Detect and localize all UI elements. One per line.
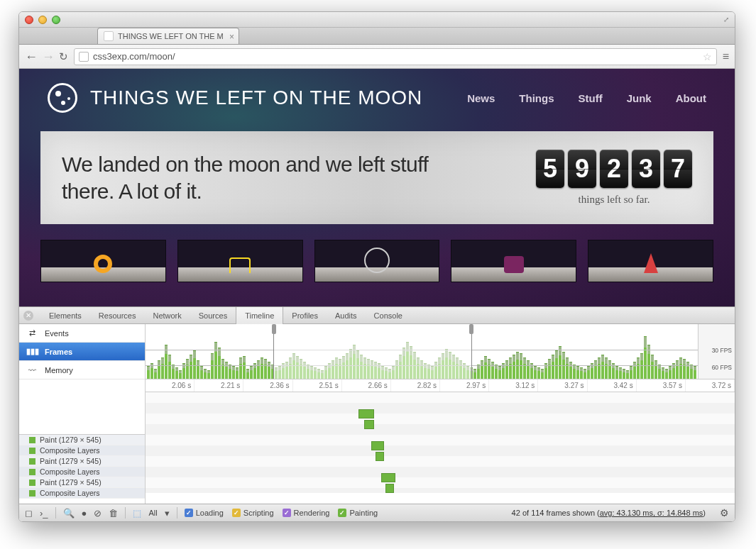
ruler-tick: 2.66 s bbox=[342, 379, 391, 392]
timeline-mode-tab[interactable]: ⇄Events bbox=[19, 324, 145, 343]
category-checkbox[interactable]: ✓Rendering bbox=[283, 509, 330, 517]
selection-handle-left[interactable] bbox=[272, 324, 276, 334]
nav-link[interactable]: Stuff bbox=[579, 92, 603, 104]
traffic-lights bbox=[25, 16, 60, 24]
flame-chart[interactable] bbox=[146, 392, 735, 493]
flame-bar[interactable] bbox=[376, 452, 384, 461]
counter-digit: 3 bbox=[632, 150, 660, 188]
forward-button[interactable]: → bbox=[42, 50, 55, 63]
ruler-tick: 3.27 s bbox=[538, 379, 587, 392]
nav-link[interactable]: News bbox=[467, 92, 495, 104]
mode-icon: 〰 bbox=[26, 366, 38, 375]
filter-label[interactable]: All bbox=[148, 509, 157, 517]
flame-bar[interactable] bbox=[381, 473, 395, 482]
ruler-tick: 2.36 s bbox=[243, 379, 292, 392]
record-row[interactable]: Composite Layers bbox=[19, 488, 145, 499]
thumb-item[interactable] bbox=[40, 240, 166, 282]
devtools-tab[interactable]: Profiles bbox=[283, 307, 327, 324]
hero-text: We landed on the moon and we left stuff … bbox=[62, 151, 459, 204]
menu-button[interactable]: ≡ bbox=[723, 50, 729, 63]
record-row[interactable]: Paint (1279 × 545) bbox=[19, 456, 145, 467]
ruler-tick: 3.72 s bbox=[686, 379, 735, 392]
flame-bar[interactable] bbox=[364, 420, 374, 429]
frames-overview[interactable]: 30 FPS 60 FPS bbox=[146, 324, 735, 379]
thumb-item[interactable] bbox=[451, 240, 576, 282]
page-content: THINGS WE LEFT ON THE MOON NewsThingsStu… bbox=[19, 69, 735, 306]
filter-dropdown-icon[interactable]: ▾ bbox=[165, 508, 170, 518]
browser-toolbar: ← → ↻ css3exp.com/moon/ ☆ ≡ bbox=[19, 45, 735, 69]
thumb-item[interactable] bbox=[588, 240, 713, 282]
browser-tab[interactable]: THINGS WE LEFT ON THE M × bbox=[97, 28, 239, 44]
ruler-tick: 3.42 s bbox=[588, 379, 637, 392]
clear-icon[interactable]: ⊘ bbox=[94, 508, 102, 518]
hero-banner: We landed on the moon and we left stuff … bbox=[40, 131, 713, 224]
filter-glue-icon[interactable]: ⬚ bbox=[133, 508, 141, 518]
back-button[interactable]: ← bbox=[25, 50, 38, 63]
timeline-mode-tab[interactable]: 〰Memory bbox=[19, 361, 145, 379]
thumbnails bbox=[19, 224, 735, 282]
tab-strip: THINGS WE LEFT ON THE M × bbox=[19, 28, 735, 45]
search-icon[interactable]: 🔍 bbox=[63, 508, 75, 518]
counter-digit: 2 bbox=[600, 150, 628, 188]
paint-swatch-icon bbox=[29, 458, 35, 465]
counter-digit: 7 bbox=[664, 150, 692, 188]
devtools-tab[interactable]: Sources bbox=[190, 307, 236, 324]
fps-labels: 30 FPS 60 FPS bbox=[698, 324, 735, 379]
checkbox-icon: ✓ bbox=[338, 509, 346, 517]
ruler-tick: 2.21 s bbox=[195, 379, 243, 392]
devtools-tab[interactable]: Timeline bbox=[236, 307, 283, 324]
address-bar[interactable]: css3exp.com/moon/ ☆ bbox=[74, 48, 717, 65]
close-window-button[interactable] bbox=[25, 16, 33, 24]
record-row[interactable]: Composite Layers bbox=[19, 445, 145, 456]
fps-60-label: 60 FPS bbox=[712, 364, 732, 371]
zoom-window-button[interactable] bbox=[52, 16, 60, 24]
paint-swatch-icon bbox=[29, 479, 35, 486]
overview-selection[interactable] bbox=[273, 324, 472, 379]
devtools-tab[interactable]: Audits bbox=[327, 307, 366, 324]
devtools-close-icon[interactable]: ✕ bbox=[23, 311, 33, 321]
counter-label: things left so far. bbox=[536, 194, 692, 206]
flame-bar[interactable] bbox=[385, 484, 394, 493]
nav-link[interactable]: About bbox=[676, 92, 706, 104]
dock-icon[interactable]: ◻ bbox=[25, 508, 33, 518]
devtools-tabs: ✕ ElementsResourcesNetworkSourcesTimelin… bbox=[19, 307, 735, 324]
flame-bar[interactable] bbox=[358, 409, 374, 418]
console-drawer-icon[interactable]: ›_ bbox=[40, 508, 48, 518]
tab-title: THINGS WE LEFT ON THE M bbox=[118, 32, 224, 40]
devtools-tab[interactable]: Resources bbox=[90, 307, 145, 324]
devtools-tab[interactable]: Console bbox=[366, 307, 411, 324]
nav-link[interactable]: Things bbox=[519, 92, 554, 104]
paint-swatch-icon bbox=[29, 437, 35, 443]
minimize-window-button[interactable] bbox=[38, 16, 47, 24]
category-checkbox[interactable]: ✓Scripting bbox=[232, 509, 274, 517]
page-icon bbox=[79, 52, 89, 62]
paint-swatch-icon bbox=[29, 448, 35, 454]
expand-icon[interactable]: ⤢ bbox=[723, 16, 729, 23]
reload-button[interactable]: ↻ bbox=[59, 50, 68, 63]
record-icon[interactable]: ● bbox=[82, 508, 87, 518]
record-row[interactable]: Paint (1279 × 545) bbox=[19, 435, 145, 445]
category-checkbox[interactable]: ✓Loading bbox=[185, 509, 224, 517]
selection-handle-right[interactable] bbox=[469, 324, 473, 334]
gear-icon[interactable]: ⚙ bbox=[720, 507, 729, 518]
ruler-tick: 2.06 s bbox=[146, 379, 195, 392]
nav-buttons: ← → ↻ bbox=[25, 50, 68, 63]
timeline-mode-tab[interactable]: ▮▮▮Frames bbox=[19, 343, 145, 361]
close-tab-icon[interactable]: × bbox=[229, 32, 234, 42]
devtools-panel: ✕ ElementsResourcesNetworkSourcesTimelin… bbox=[19, 306, 735, 521]
paint-swatch-icon bbox=[29, 469, 35, 475]
flame-bar[interactable] bbox=[371, 441, 384, 450]
ruler-tick: 2.51 s bbox=[293, 379, 342, 392]
nav-link[interactable]: Junk bbox=[627, 92, 652, 104]
record-row[interactable]: Composite Layers bbox=[19, 467, 145, 477]
category-checkbox[interactable]: ✓Painting bbox=[338, 509, 378, 517]
site-header: THINGS WE LEFT ON THE MOON NewsThingsStu… bbox=[19, 69, 735, 113]
thumb-item[interactable] bbox=[177, 240, 303, 282]
thumb-item[interactable] bbox=[314, 240, 440, 282]
bookmark-star-icon[interactable]: ☆ bbox=[703, 51, 712, 62]
time-ruler: 2.06 s2.21 s2.36 s2.51 s2.66 s2.82 s2.97… bbox=[146, 379, 735, 392]
garbage-collect-icon[interactable]: 🗑 bbox=[109, 508, 118, 518]
devtools-tab[interactable]: Network bbox=[144, 307, 190, 324]
record-row[interactable]: Paint (1279 × 545) bbox=[19, 477, 145, 488]
devtools-tab[interactable]: Elements bbox=[40, 307, 90, 324]
